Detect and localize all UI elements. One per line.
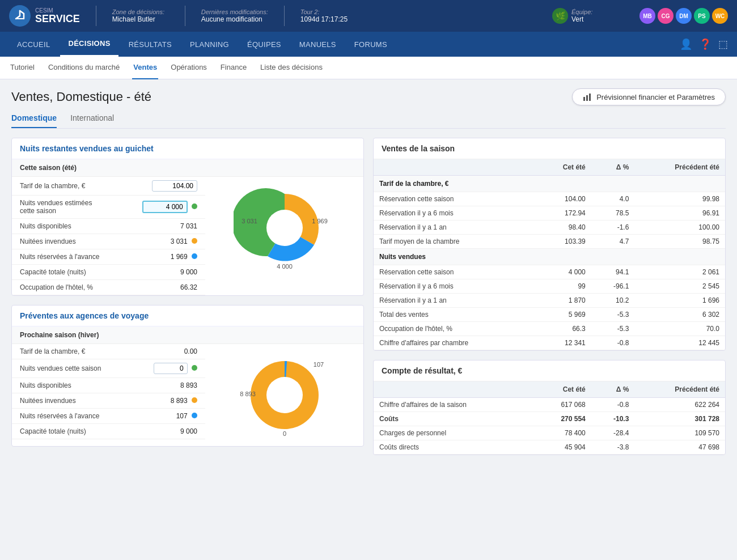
row-value-nuits-vendues2 (118, 359, 205, 378)
table-row: Réservation cette saison 104.00 4.0 99.9… (374, 192, 725, 206)
help-icon[interactable]: ❓ (699, 38, 711, 50)
row-label-nuits-dispo: Nuits disponibles (12, 219, 118, 234)
row-value-nuits-res: 1 969 (118, 249, 205, 265)
ventes-saison-table: Cet été Δ % Précédent été Tarif de la ch… (374, 159, 725, 350)
nuits-vendues-input2[interactable] (154, 363, 188, 374)
nav-decisions[interactable]: DÉCISIONS (60, 32, 118, 57)
card-ventes-saison: Ventes de la saison Cet été Δ % Précéden… (373, 138, 726, 351)
svg-text:1 969: 1 969 (312, 218, 328, 224)
nav-icons: 👤 ❓ ⬚ (680, 38, 728, 50)
row-label-nuits-vendues2: Nuits vendues cette saison (12, 359, 118, 378)
dot-green (192, 203, 197, 209)
section-nuits-header: Nuits vendues (374, 249, 725, 265)
card-preventes-subheader: Prochaine saison (hiver) (12, 326, 363, 344)
team-value: Vert (571, 15, 628, 23)
ventes-header-row: Cet été Δ % Précédent été (374, 159, 725, 176)
donut-chart-top: 3 031 1 969 4 000 (205, 177, 363, 279)
avatar-mb[interactable]: MB (639, 8, 655, 24)
table-row: Nuits réservées à l'avance 1 969 (12, 249, 205, 265)
page-tabs: Domestique International (11, 113, 726, 129)
avatar-dm[interactable]: DM (676, 8, 692, 24)
page-content: Ventes, Domestique - été Prévisionnel fi… (0, 79, 737, 560)
row-label-capacite2: Capacité totale (nuits) (12, 424, 118, 439)
table-row: Charges de personnel 78 400 -28.4 109 57… (374, 426, 725, 440)
table-row: Chiffre d'affaires de la saison 617 068 … (374, 398, 725, 412)
card-nuits-body: Tarif de la chambre, € Nuits vendues est… (12, 177, 363, 295)
forecast-button[interactable]: Prévisionnel financier et Paramètres (572, 88, 726, 105)
table-row: Chiffre d'affaires par chambre 12 341 -0… (374, 336, 725, 350)
page-title: Ventes, Domestique - été (11, 90, 151, 104)
row-label-nuits-res2: Nuits réservées à l'avance (12, 409, 118, 424)
sub-nav-operations[interactable]: Opérations (170, 57, 208, 79)
compte-header-row: Cet été Δ % Précédent été (374, 381, 725, 398)
nav-forums[interactable]: FORUMS (346, 32, 395, 57)
avatar-cg[interactable]: CG (658, 8, 674, 24)
nav-planning[interactable]: PLANNING (182, 32, 237, 57)
svg-text:4 000: 4 000 (277, 263, 293, 270)
preventes-data-table: Tarif de la chambre, € 0.00 Nuits vendue… (12, 344, 205, 439)
table-row: Coûts 270 554 -10.3 301 728 (374, 412, 725, 426)
card-preventes-header: Préventes aux agences de voyage (12, 306, 363, 326)
nav-resultats[interactable]: RÉSULTATS (121, 32, 180, 57)
compte-resultat-title: Compte de résultat, € (374, 360, 725, 381)
sub-nav: Tutoriel Conditions du marché Ventes Opé… (0, 57, 737, 79)
svg-rect-2 (589, 94, 591, 101)
section-tarif-label: Tarif de la chambre, € (374, 176, 725, 192)
sub-nav-finance[interactable]: Finance (219, 57, 248, 79)
table-row: Nuitées invendues 8 893 (12, 393, 205, 409)
logo: cesim SERVICE (9, 5, 80, 27)
row-label-nuitees-inv: Nuitées invendues (12, 234, 118, 249)
svg-point-3 (266, 210, 303, 246)
tab-international[interactable]: International (70, 113, 114, 128)
user-icon[interactable]: 👤 (680, 38, 692, 50)
table-row: Nuits vendues estiméescette saison (12, 196, 205, 219)
nav-manuels[interactable]: MANUELS (291, 32, 344, 57)
tab-domestique[interactable]: Domestique (11, 113, 57, 128)
table-row: Tarif de la chambre, € (12, 177, 205, 196)
table-row: Réservation il y a 6 mois 172.94 78.5 96… (374, 206, 725, 220)
left-column: Nuits restantes vendues au guichet Cette… (11, 138, 364, 455)
row-value-capacite2: 9 000 (118, 424, 205, 439)
table-row: Total des ventes 5 969 -5.3 6 302 (374, 308, 725, 322)
sub-nav-conditions[interactable]: Conditions du marché (47, 57, 121, 79)
card-compte-resultat: Compte de résultat, € Cet été Δ % Précéd… (373, 360, 726, 455)
table-row: Coûts directs 45 904 -3.8 47 698 (374, 440, 725, 455)
logout-icon[interactable]: ⬚ (718, 38, 728, 50)
team-leaf-icon: 🌿 (552, 8, 568, 24)
row-value-nuits-dispo: 7 031 (118, 219, 205, 234)
row-label-nuitees-inv2: Nuitées invendues (12, 393, 118, 409)
nav-equipes[interactable]: ÉQUIPES (239, 32, 289, 57)
card-preventes: Préventes aux agences de voyage Prochain… (11, 305, 364, 447)
row-value-nuits-dispo2: 8 893 (118, 378, 205, 393)
row-value-capacite: 9 000 (118, 265, 205, 280)
avatar-ps[interactable]: PS (694, 8, 710, 24)
tarif-input[interactable] (152, 180, 197, 192)
sub-nav-tutoriel[interactable]: Tutoriel (9, 57, 36, 79)
sub-nav-liste[interactable]: Liste des décisions (259, 57, 324, 79)
top-header: cesim SERVICE Zone de décisions: Michael… (0, 0, 737, 32)
card-preventes-body: Tarif de la chambre, € 0.00 Nuits vendue… (12, 344, 363, 446)
table-row: Nuits disponibles 7 031 (12, 219, 205, 234)
row-value-tarif (118, 177, 205, 196)
nuits-vendues-input[interactable] (142, 201, 188, 213)
table-row: Nuitées invendues 3 031 (12, 234, 205, 249)
service-label: SERVICE (35, 14, 80, 25)
row-value-nuits-vendues (118, 196, 205, 219)
nav-bar: ACCUEIL DÉCISIONS RÉSULTATS PLANNING ÉQU… (0, 32, 737, 57)
table-row: Occupation de l'hôtel, % 66.32 (12, 280, 205, 295)
col-cr-cet-ete: Cet été (533, 381, 591, 398)
donut-svg-top: 3 031 1 969 4 000 (234, 183, 336, 273)
table-row: Réservation il y a 1 an 1 870 10.2 1 696 (374, 294, 725, 308)
table-row: Réservation cette saison 4 000 94.1 2 06… (374, 265, 725, 279)
nav-accueil[interactable]: ACCUEIL (9, 32, 58, 57)
sub-nav-ventes[interactable]: Ventes (132, 57, 158, 79)
section-nuits-label: Nuits vendues (374, 249, 725, 265)
col-cr-precedent: Précédent été (634, 381, 725, 398)
row-label-nuits-vendues: Nuits vendues estiméescette saison (12, 196, 118, 219)
forecast-btn-label: Prévisionnel financier et Paramètres (596, 93, 715, 101)
table-row: Nuits disponibles 8 893 (12, 378, 205, 393)
avatar-wc[interactable]: WC (712, 8, 728, 24)
ventes-saison-title: Ventes de la saison (374, 138, 725, 159)
table-row: Réservation il y a 1 an 98.40 -1.6 100.0… (374, 220, 725, 235)
table-row: Tarif de la chambre, € 0.00 (12, 344, 205, 359)
